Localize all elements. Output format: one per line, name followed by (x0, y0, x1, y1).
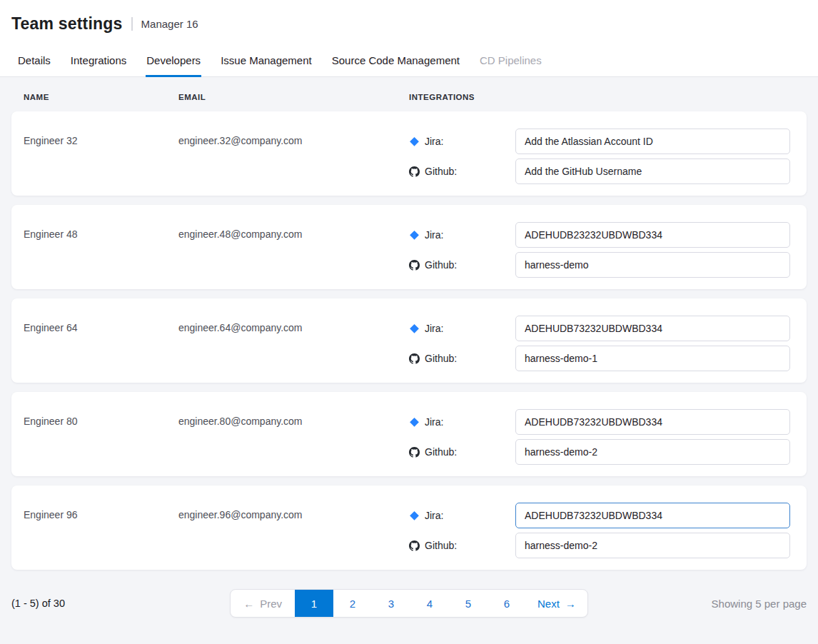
developer-name: Engineer 48 (24, 222, 178, 240)
tab-developers[interactable]: Developers (146, 44, 201, 77)
jira-integration-row: Jira: (409, 409, 790, 435)
integrations-cell: Jira: Github: (409, 222, 790, 278)
integrations-cell: Jira: Github: (409, 316, 790, 371)
github-input[interactable] (515, 346, 790, 371)
developer-name: Engineer 96 (24, 503, 178, 520)
jira-icon (409, 136, 420, 147)
page-button-5[interactable]: 5 (449, 590, 488, 617)
jira-label: Jira: (425, 136, 443, 147)
github-integration-row: Github: (409, 346, 790, 371)
developer-row: Engineer 48 engineer.48@company.com Jira… (11, 205, 807, 289)
tab-integrations[interactable]: Integrations (70, 44, 127, 77)
jira-label: Jira: (425, 229, 443, 241)
title-divider (131, 17, 133, 31)
tab-issue-management[interactable]: Issue Management (220, 44, 313, 77)
column-header-email: EMAIL (178, 93, 409, 101)
github-label-group: Github: (409, 446, 515, 458)
developers-panel: NAME EMAIL INTEGRATIONS Engineer 32 engi… (0, 77, 818, 570)
github-label: Github: (425, 353, 457, 364)
jira-label: Jira: (425, 510, 443, 521)
per-page-label: Showing 5 per page (712, 598, 807, 610)
github-label-group: Github: (409, 353, 515, 364)
tab-details[interactable]: Details (17, 44, 51, 77)
github-label: Github: (425, 259, 457, 271)
integrations-cell: Jira: Github: (409, 409, 790, 465)
jira-integration-row: Jira: (409, 316, 790, 341)
jira-input[interactable] (515, 503, 790, 528)
prev-page-button[interactable]: ← Prev (231, 590, 295, 617)
github-input[interactable] (515, 533, 790, 558)
prev-label: Prev (260, 598, 282, 610)
integrations-cell: Jira: Github: (409, 503, 790, 558)
team-name-label: Manager 16 (141, 18, 198, 30)
page-button-6[interactable]: 6 (488, 590, 526, 617)
github-input[interactable] (515, 159, 790, 184)
jira-label: Jira: (425, 416, 443, 428)
jira-integration-row: Jira: (409, 503, 790, 528)
team-settings-page: Team settings Manager 16 Details Integra… (0, 0, 818, 618)
developer-email: engineer.48@company.com (178, 222, 409, 240)
developer-email: engineer.32@company.com (178, 129, 409, 146)
pager: ← Prev 1 2 3 4 5 6 Next → (230, 589, 588, 618)
developer-row: Engineer 32 engineer.32@company.com Jira… (11, 111, 807, 196)
jira-input[interactable] (515, 409, 790, 435)
page-title: Team settings (11, 14, 123, 34)
jira-icon (409, 230, 420, 241)
github-integration-row: Github: (409, 159, 790, 184)
tab-bar: Details Integrations Developers Issue Ma… (0, 44, 818, 77)
jira-label-group: Jira: (409, 416, 515, 428)
jira-icon (409, 417, 420, 428)
github-input[interactable] (515, 252, 790, 278)
github-integration-row: Github: (409, 533, 790, 558)
jira-label-group: Jira: (409, 323, 515, 334)
jira-label-group: Jira: (409, 136, 515, 147)
github-input[interactable] (515, 439, 790, 465)
developer-email: engineer.80@company.com (178, 409, 409, 427)
github-icon (409, 447, 420, 458)
github-label: Github: (425, 166, 457, 177)
jira-label-group: Jira: (409, 229, 515, 241)
jira-input[interactable] (515, 316, 790, 341)
developer-row: Engineer 96 engineer.96@company.com Jira… (11, 485, 807, 570)
pagination-bar: (1 - 5) of 30 ← Prev 1 2 3 4 5 6 Next → … (0, 579, 818, 618)
github-label-group: Github: (409, 166, 515, 177)
github-icon (409, 353, 420, 364)
jira-integration-row: Jira: (409, 222, 790, 248)
tab-cd-pipelines[interactable]: CD Pipelines (479, 44, 542, 77)
jira-icon (409, 510, 420, 521)
next-arrow-icon: → (565, 598, 576, 610)
next-page-button[interactable]: Next → (526, 590, 587, 617)
integrations-cell: Jira: Github: (409, 129, 790, 184)
jira-label: Jira: (425, 323, 443, 334)
column-header-name: NAME (24, 93, 178, 101)
jira-input[interactable] (515, 129, 790, 154)
developer-email: engineer.64@company.com (178, 316, 409, 333)
github-label: Github: (425, 446, 457, 458)
next-label: Next (537, 598, 560, 610)
jira-input[interactable] (515, 222, 790, 248)
page-button-2[interactable]: 2 (333, 590, 372, 617)
prev-arrow-icon: ← (243, 598, 254, 610)
jira-icon (409, 323, 420, 334)
github-icon (409, 260, 420, 271)
github-integration-row: Github: (409, 439, 790, 465)
developer-name: Engineer 64 (24, 316, 178, 333)
github-label-group: Github: (409, 259, 515, 271)
tab-source-code-management[interactable]: Source Code Management (331, 44, 460, 77)
jira-integration-row: Jira: (409, 129, 790, 154)
table-header-row: NAME EMAIL INTEGRATIONS (11, 77, 807, 111)
page-header: Team settings Manager 16 (0, 0, 818, 44)
jira-label-group: Jira: (409, 510, 515, 521)
developer-row: Engineer 80 engineer.80@company.com Jira… (11, 392, 807, 476)
github-icon (409, 166, 420, 177)
developer-email: engineer.96@company.com (178, 503, 409, 520)
column-header-integrations: INTEGRATIONS (409, 93, 789, 101)
pagination-range: (1 - 5) of 30 (11, 598, 65, 609)
page-button-4[interactable]: 4 (410, 590, 449, 617)
page-button-1[interactable]: 1 (295, 590, 333, 617)
developer-name: Engineer 32 (24, 129, 178, 146)
github-integration-row: Github: (409, 252, 790, 278)
page-button-3[interactable]: 3 (372, 590, 410, 617)
developer-name: Engineer 80 (24, 409, 178, 427)
developer-row: Engineer 64 engineer.64@company.com Jira… (11, 298, 807, 383)
